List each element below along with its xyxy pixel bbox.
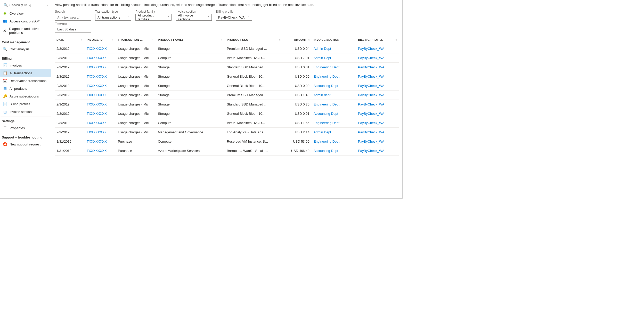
cell-billing-profile[interactable]: PayByCheck_WA <box>356 109 399 118</box>
transactions-table-wrap: DATE↑↓INVOICE ID↑↓TRANSACTION …↑↓PRODUCT… <box>55 36 399 198</box>
cell-date: 1/31/2019 <box>55 146 85 156</box>
cell-invoice-id[interactable]: TXXXXXXXX <box>85 63 116 72</box>
column-header-amount[interactable]: AMOUNT↑↓ <box>283 36 312 44</box>
sidebar-item-cost-analysis[interactable]: 🔍Cost analysis <box>0 45 51 53</box>
cell-invoice-id[interactable]: TXXXXXXXX <box>85 81 116 91</box>
collapse-sidebar-button[interactable]: « <box>45 3 50 7</box>
cell-invoice-id[interactable]: TXXXXXXXX <box>85 109 116 118</box>
table-row[interactable]: 2/3/2019TXXXXXXXXUsage charges - MicStor… <box>55 72 399 81</box>
sidebar-item-billing-profiles[interactable]: 📄Billing profiles <box>0 100 51 108</box>
cell-amount: USD 0.00 <box>283 72 312 81</box>
sidebar-item-invoices[interactable]: 🧾Invoices <box>0 61 51 69</box>
cell-transaction: Purchase <box>116 146 156 156</box>
filter-timespan-select[interactable]: Last 30 days ˅ <box>55 26 91 32</box>
cell-invoice-id[interactable]: TXXXXXXXX <box>85 72 116 81</box>
cell-invoice-id[interactable]: TXXXXXXXX <box>85 91 116 100</box>
cell-invoice-section[interactable]: Admin Dept <box>312 44 356 53</box>
column-header-product-sku[interactable]: PRODUCT SKU↑↓ <box>225 36 283 44</box>
sidebar-item-access-control-iam-[interactable]: 👥Access control (IAM) <box>0 17 51 25</box>
sidebar-item-invoice-sections[interactable]: ▥Invoice sections <box>0 108 51 116</box>
cell-invoice-section[interactable]: Engineering Dept <box>312 100 356 109</box>
cell-invoice-id[interactable]: TXXXXXXXX <box>85 53 116 63</box>
sidebar-item-overview[interactable]: ◉Overview <box>0 10 51 17</box>
cell-billing-profile[interactable]: PayByCheck_WA <box>356 44 399 53</box>
cell-billing-profile[interactable]: PayByCheck_WA <box>356 118 399 128</box>
filter-search-label: Search <box>55 10 91 13</box>
cell-transaction: Usage charges - Mic <box>116 91 156 100</box>
table-row[interactable]: 2/3/2019TXXXXXXXXUsage charges - MicComp… <box>55 53 399 63</box>
table-body: 2/3/2019TXXXXXXXXUsage charges - MicStor… <box>55 44 399 156</box>
sidebar-item-properties[interactable]: ☰Properties <box>0 124 51 132</box>
cell-billing-profile[interactable]: PayByCheck_WA <box>356 128 399 137</box>
column-header-billing-profile[interactable]: BILLING PROFILE↑↓ <box>356 36 399 44</box>
resv-icon: 📅 <box>3 79 7 83</box>
sidebar-item-reservation-transactions[interactable]: 📅Reservation transactions <box>0 77 51 85</box>
cell-invoice-id[interactable]: TXXXXXXXX <box>85 128 116 137</box>
table-row[interactable]: 2/3/2019TXXXXXXXXUsage charges - MicStor… <box>55 81 399 91</box>
cell-billing-profile[interactable]: PayByCheck_WA <box>356 146 399 156</box>
column-header-transaction-[interactable]: TRANSACTION …↑↓ <box>116 36 156 44</box>
products-icon: ▦ <box>3 86 7 91</box>
sidebar-item-new-support-request[interactable]: 🛟New support request <box>0 140 51 148</box>
cell-billing-profile[interactable]: PayByCheck_WA <box>356 91 399 100</box>
cell-date: 2/3/2019 <box>55 109 85 118</box>
filter-row-1: Search Transaction type All transactions… <box>55 10 399 21</box>
sidebar-item-diagnose-and-solve-problems[interactable]: ✖Diagnose and solve problems <box>0 25 51 36</box>
cell-invoice-section[interactable]: Accounting Dept <box>312 109 356 118</box>
table-row[interactable]: 1/31/2019TXXXXXXXXPurchaseAzure Marketpl… <box>55 146 399 156</box>
sidebar-search-input[interactable] <box>9 3 43 7</box>
cell-invoice-section[interactable]: Accounting Dept <box>312 81 356 91</box>
column-header-invoice-id[interactable]: INVOICE ID↑↓ <box>85 36 116 44</box>
filter-billing-profile-value: PayByCheck_WA <box>218 15 244 19</box>
cell-product-family: Management and Governance <box>156 128 225 137</box>
table-row[interactable]: 2/3/2019TXXXXXXXXUsage charges - MicStor… <box>55 109 399 118</box>
table-row[interactable]: 2/3/2019TXXXXXXXXUsage charges - MicStor… <box>55 91 399 100</box>
filter-transaction-type-select[interactable]: All transactions ˅ <box>95 14 131 21</box>
nav-label: Diagnose and solve problems <box>9 27 48 35</box>
cell-invoice-id[interactable]: TXXXXXXXX <box>85 44 116 53</box>
sidebar-item-azure-subscriptions[interactable]: 🔑Azure subscriptions <box>0 92 51 100</box>
cell-billing-profile[interactable]: PayByCheck_WA <box>356 137 399 146</box>
cell-invoice-section[interactable]: Engineering Dept <box>312 63 356 72</box>
cell-product-family: Storage <box>156 81 225 91</box>
cell-invoice-section[interactable]: Admin Dept <box>312 53 356 63</box>
filter-product-family-select[interactable]: All product families ˅ <box>135 14 172 21</box>
cell-billing-profile[interactable]: PayByCheck_WA <box>356 81 399 91</box>
cell-invoice-section[interactable]: Admin Dept <box>312 128 356 137</box>
nav-label: All products <box>10 87 27 91</box>
cell-product-sku: Standard SSD Managed … <box>225 100 283 109</box>
table-row[interactable]: 2/3/2019TXXXXXXXXUsage charges - MicStor… <box>55 100 399 109</box>
cell-product-sku: Log Analytics - Data Ana… <box>225 128 283 137</box>
cell-billing-profile[interactable]: PayByCheck_WA <box>356 100 399 109</box>
filter-billing-profile-select[interactable]: PayByCheck_WA ˅ <box>216 14 252 21</box>
cell-billing-profile[interactable]: PayByCheck_WA <box>356 72 399 81</box>
column-header-invoice-section[interactable]: INVOICE SECTION↑↓ <box>312 36 356 44</box>
table-row[interactable]: 2/3/2019TXXXXXXXXUsage charges - MicStor… <box>55 63 399 72</box>
filter-timespan: Timespan Last 30 days ˅ <box>55 22 91 32</box>
table-row[interactable]: 2/3/2019TXXXXXXXXUsage charges - MicStor… <box>55 44 399 53</box>
table-row[interactable]: 2/3/2019TXXXXXXXXUsage charges - MicComp… <box>55 118 399 128</box>
cell-billing-profile[interactable]: PayByCheck_WA <box>356 53 399 63</box>
cell-invoice-id[interactable]: TXXXXXXXX <box>85 118 116 128</box>
cell-invoice-id[interactable]: TXXXXXXXX <box>85 100 116 109</box>
cell-invoice-section[interactable]: Admin dept <box>312 91 356 100</box>
cell-billing-profile[interactable]: PayByCheck_WA <box>356 63 399 72</box>
table-row[interactable]: 2/3/2019TXXXXXXXXUsage charges - MicMana… <box>55 128 399 137</box>
column-header-date[interactable]: DATE↑↓ <box>55 36 85 44</box>
cell-transaction: Usage charges - Mic <box>116 118 156 128</box>
sidebar-item-all-transactions[interactable]: 📋All transactions <box>0 69 51 77</box>
cell-invoice-section[interactable]: Engineering Dept <box>312 118 356 128</box>
filter-search-input[interactable] <box>57 15 89 19</box>
sidebar-search-box[interactable]: 🔍 <box>2 2 44 8</box>
filter-search-input-wrap[interactable] <box>55 14 91 21</box>
cell-invoice-id[interactable]: TXXXXXXXX <box>85 146 116 156</box>
table-row[interactable]: 1/31/2019TXXXXXXXXPurchaseComputeReserve… <box>55 137 399 146</box>
cell-invoice-section[interactable]: Accounting Dept <box>312 146 356 156</box>
sidebar-item-all-products[interactable]: ▦All products <box>0 85 51 92</box>
cell-product-sku: Premium SSD Managed … <box>225 91 283 100</box>
cell-invoice-section[interactable]: Engineering Dept <box>312 72 356 81</box>
filter-invoice-section-select[interactable]: All invoice sections ˅ <box>176 14 212 21</box>
column-header-product-family[interactable]: PRODUCT FAMILY↑↓ <box>156 36 225 44</box>
cell-invoice-id[interactable]: TXXXXXXXX <box>85 137 116 146</box>
cell-invoice-section[interactable]: Engineering Dept <box>312 137 356 146</box>
